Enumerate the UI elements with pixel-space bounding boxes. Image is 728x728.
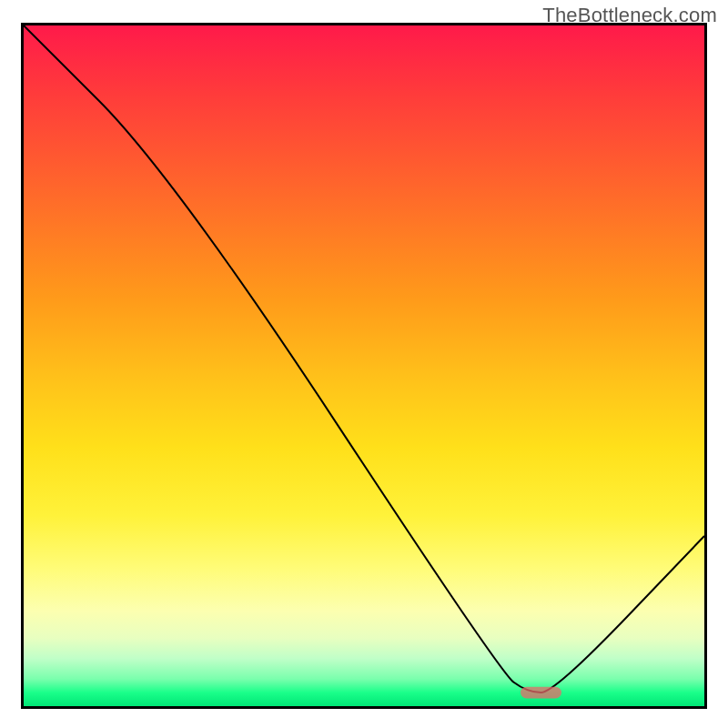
plot-area (21, 23, 707, 709)
chart-container: TheBottleneck.com (0, 0, 728, 728)
optimal-marker (521, 687, 561, 699)
curve-svg (24, 25, 704, 706)
bottleneck-curve-path (24, 25, 704, 693)
